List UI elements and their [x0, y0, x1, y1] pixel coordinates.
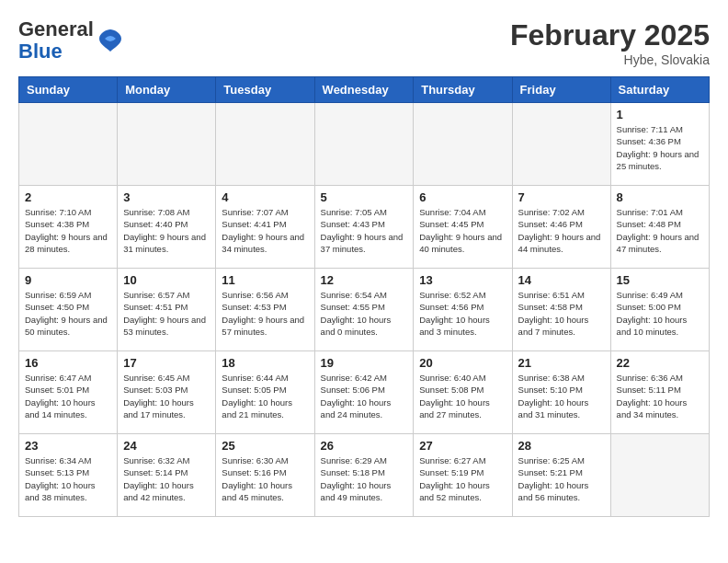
- logo-icon: [96, 26, 125, 55]
- calendar-cell: 21Sunrise: 6:38 AM Sunset: 5:10 PM Dayli…: [512, 351, 610, 434]
- day-number: 22: [617, 356, 703, 370]
- week-row-1: 2Sunrise: 7:10 AM Sunset: 4:38 PM Daylig…: [19, 186, 710, 269]
- day-number: 11: [222, 273, 308, 287]
- day-detail: Sunrise: 7:11 AM Sunset: 4:36 PM Dayligh…: [617, 123, 703, 172]
- weekday-header-sunday: Sunday: [19, 77, 118, 103]
- day-detail: Sunrise: 7:10 AM Sunset: 4:38 PM Dayligh…: [25, 206, 111, 255]
- day-detail: Sunrise: 7:04 AM Sunset: 4:45 PM Dayligh…: [419, 206, 506, 255]
- calendar-cell: 15Sunrise: 6:49 AM Sunset: 5:00 PM Dayli…: [610, 269, 709, 351]
- calendar-cell: [314, 103, 414, 186]
- calendar-cell: 4Sunrise: 7:07 AM Sunset: 4:41 PM Daylig…: [216, 186, 314, 269]
- day-detail: Sunrise: 6:36 AM Sunset: 5:11 PM Dayligh…: [617, 372, 703, 420]
- calendar-cell: 11Sunrise: 6:56 AM Sunset: 4:53 PM Dayli…: [216, 269, 314, 351]
- calendar-cell: 17Sunrise: 6:45 AM Sunset: 5:03 PM Dayli…: [118, 351, 216, 434]
- day-detail: Sunrise: 7:02 AM Sunset: 4:46 PM Dayligh…: [518, 206, 605, 255]
- calendar-cell: 3Sunrise: 7:08 AM Sunset: 4:40 PM Daylig…: [118, 186, 216, 269]
- day-detail: Sunrise: 6:40 AM Sunset: 5:08 PM Dayligh…: [419, 372, 506, 420]
- day-number: 24: [123, 439, 210, 453]
- day-detail: Sunrise: 6:56 AM Sunset: 4:53 PM Dayligh…: [222, 289, 308, 338]
- weekday-header-tuesday: Tuesday: [216, 77, 314, 103]
- day-detail: Sunrise: 6:38 AM Sunset: 5:10 PM Dayligh…: [518, 372, 605, 420]
- calendar-cell: 25Sunrise: 6:30 AM Sunset: 5:16 PM Dayli…: [216, 434, 314, 517]
- day-number: 26: [321, 439, 408, 453]
- day-number: 15: [617, 273, 703, 287]
- day-detail: Sunrise: 6:51 AM Sunset: 4:58 PM Dayligh…: [518, 289, 605, 338]
- day-number: 18: [222, 356, 308, 370]
- calendar-cell: 28Sunrise: 6:25 AM Sunset: 5:21 PM Dayli…: [512, 434, 610, 517]
- day-detail: Sunrise: 6:25 AM Sunset: 5:21 PM Dayligh…: [518, 454, 605, 503]
- calendar-cell: 10Sunrise: 6:57 AM Sunset: 4:51 PM Dayli…: [118, 269, 216, 351]
- calendar-cell: [19, 103, 118, 186]
- calendar-cell: 8Sunrise: 7:01 AM Sunset: 4:48 PM Daylig…: [610, 186, 709, 269]
- day-detail: Sunrise: 6:44 AM Sunset: 5:05 PM Dayligh…: [222, 372, 308, 420]
- day-detail: Sunrise: 6:47 AM Sunset: 5:01 PM Dayligh…: [25, 372, 111, 420]
- day-number: 17: [123, 356, 210, 370]
- page-header: General Blue February 2025 Hybe, Slovaki…: [18, 18, 710, 67]
- day-detail: Sunrise: 7:05 AM Sunset: 4:43 PM Dayligh…: [321, 206, 408, 255]
- calendar-cell: 7Sunrise: 7:02 AM Sunset: 4:46 PM Daylig…: [512, 186, 610, 269]
- location: Hybe, Slovakia: [510, 52, 710, 67]
- logo: General Blue: [18, 18, 125, 63]
- day-detail: Sunrise: 7:01 AM Sunset: 4:48 PM Dayligh…: [617, 206, 703, 255]
- weekday-header-thursday: Thursday: [414, 77, 512, 103]
- day-detail: Sunrise: 6:52 AM Sunset: 4:56 PM Dayligh…: [419, 289, 506, 338]
- week-row-3: 16Sunrise: 6:47 AM Sunset: 5:01 PM Dayli…: [19, 351, 710, 434]
- calendar-cell: 19Sunrise: 6:42 AM Sunset: 5:06 PM Dayli…: [314, 351, 414, 434]
- weekday-header-wednesday: Wednesday: [314, 77, 414, 103]
- day-detail: Sunrise: 6:45 AM Sunset: 5:03 PM Dayligh…: [123, 372, 210, 420]
- logo-text: General Blue: [18, 18, 94, 63]
- calendar-cell: 22Sunrise: 6:36 AM Sunset: 5:11 PM Dayli…: [610, 351, 709, 434]
- day-number: 16: [25, 356, 111, 370]
- calendar-cell: [512, 103, 610, 186]
- calendar-cell: 23Sunrise: 6:34 AM Sunset: 5:13 PM Dayli…: [19, 434, 118, 517]
- day-detail: Sunrise: 6:42 AM Sunset: 5:06 PM Dayligh…: [321, 372, 408, 420]
- day-number: 9: [25, 273, 111, 287]
- week-row-4: 23Sunrise: 6:34 AM Sunset: 5:13 PM Dayli…: [19, 434, 710, 517]
- day-number: 8: [617, 190, 703, 204]
- weekday-header-row: SundayMondayTuesdayWednesdayThursdayFrid…: [19, 77, 710, 103]
- day-detail: Sunrise: 7:08 AM Sunset: 4:40 PM Dayligh…: [123, 206, 210, 255]
- day-number: 1: [617, 108, 703, 121]
- calendar-cell: 18Sunrise: 6:44 AM Sunset: 5:05 PM Dayli…: [216, 351, 314, 434]
- calendar-cell: 9Sunrise: 6:59 AM Sunset: 4:50 PM Daylig…: [19, 269, 118, 351]
- day-number: 27: [419, 439, 506, 453]
- day-number: 4: [222, 190, 308, 204]
- day-number: 10: [123, 273, 210, 287]
- calendar-cell: 14Sunrise: 6:51 AM Sunset: 4:58 PM Dayli…: [512, 269, 610, 351]
- calendar-cell: [414, 103, 512, 186]
- week-row-0: 1Sunrise: 7:11 AM Sunset: 4:36 PM Daylig…: [19, 103, 710, 186]
- calendar-cell: 6Sunrise: 7:04 AM Sunset: 4:45 PM Daylig…: [414, 186, 512, 269]
- calendar-cell: 16Sunrise: 6:47 AM Sunset: 5:01 PM Dayli…: [19, 351, 118, 434]
- weekday-header-monday: Monday: [118, 77, 216, 103]
- day-detail: Sunrise: 6:59 AM Sunset: 4:50 PM Dayligh…: [25, 289, 111, 338]
- month-title: February 2025: [510, 18, 710, 52]
- day-detail: Sunrise: 6:32 AM Sunset: 5:14 PM Dayligh…: [123, 454, 210, 503]
- calendar-cell: 26Sunrise: 6:29 AM Sunset: 5:18 PM Dayli…: [314, 434, 414, 517]
- calendar-cell: 24Sunrise: 6:32 AM Sunset: 5:14 PM Dayli…: [118, 434, 216, 517]
- calendar-cell: 1Sunrise: 7:11 AM Sunset: 4:36 PM Daylig…: [610, 103, 709, 186]
- day-number: 13: [419, 273, 506, 287]
- day-number: 14: [518, 273, 605, 287]
- day-detail: Sunrise: 6:54 AM Sunset: 4:55 PM Dayligh…: [321, 289, 408, 338]
- day-number: 21: [518, 356, 605, 370]
- calendar-cell: 27Sunrise: 6:27 AM Sunset: 5:19 PM Dayli…: [414, 434, 512, 517]
- day-number: 2: [25, 190, 111, 204]
- weekday-header-friday: Friday: [512, 77, 610, 103]
- day-detail: Sunrise: 7:07 AM Sunset: 4:41 PM Dayligh…: [222, 206, 308, 255]
- day-number: 20: [419, 356, 506, 370]
- calendar: SundayMondayTuesdayWednesdayThursdayFrid…: [18, 76, 710, 517]
- day-number: 19: [321, 356, 408, 370]
- day-detail: Sunrise: 6:49 AM Sunset: 5:00 PM Dayligh…: [617, 289, 703, 338]
- calendar-cell: 20Sunrise: 6:40 AM Sunset: 5:08 PM Dayli…: [414, 351, 512, 434]
- day-number: 23: [25, 439, 111, 453]
- week-row-2: 9Sunrise: 6:59 AM Sunset: 4:50 PM Daylig…: [19, 269, 710, 351]
- calendar-cell: 13Sunrise: 6:52 AM Sunset: 4:56 PM Dayli…: [414, 269, 512, 351]
- day-detail: Sunrise: 6:57 AM Sunset: 4:51 PM Dayligh…: [123, 289, 210, 338]
- day-number: 5: [321, 190, 408, 204]
- day-detail: Sunrise: 6:34 AM Sunset: 5:13 PM Dayligh…: [25, 454, 111, 503]
- day-number: 7: [518, 190, 605, 204]
- calendar-cell: [216, 103, 314, 186]
- day-number: 12: [321, 273, 408, 287]
- day-number: 6: [419, 190, 506, 204]
- calendar-cell: 2Sunrise: 7:10 AM Sunset: 4:38 PM Daylig…: [19, 186, 118, 269]
